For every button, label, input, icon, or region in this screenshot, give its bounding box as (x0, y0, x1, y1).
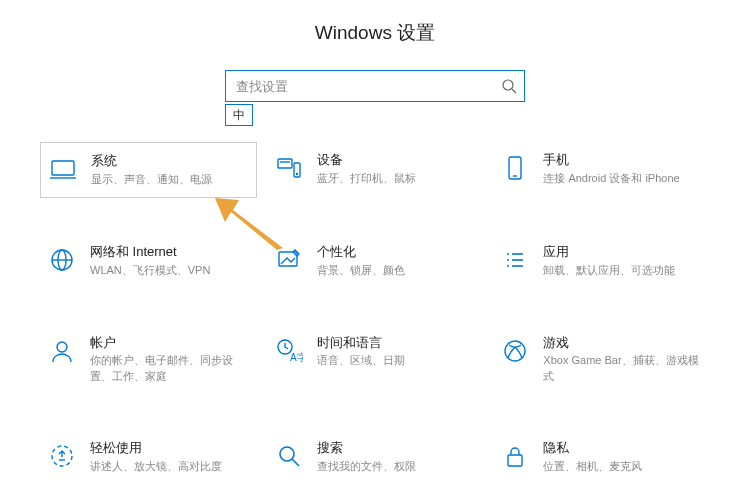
tile-desc: 语音、区域、日期 (317, 353, 405, 368)
tile-search[interactable]: 搜索 查找我的文件、权限 (267, 430, 484, 484)
devices-icon (275, 154, 303, 182)
tile-title: 系统 (91, 153, 212, 170)
tile-desc: 蓝牙、打印机、鼠标 (317, 171, 416, 186)
tile-desc: WLAN、飞行模式、VPN (90, 263, 210, 278)
tile-title: 时间和语言 (317, 335, 405, 352)
svg-rect-27 (508, 455, 522, 466)
ease-of-access-icon (48, 442, 76, 470)
tile-desc: 显示、声音、通知、电源 (91, 172, 212, 187)
svg-line-1 (512, 89, 516, 93)
tile-accounts[interactable]: 帐户 你的帐户、电子邮件、同步设置、工作、家庭 (40, 325, 257, 395)
phone-icon (501, 154, 529, 182)
svg-line-26 (292, 459, 299, 466)
tile-title: 轻松使用 (90, 440, 222, 457)
apps-icon (501, 246, 529, 274)
page-title: Windows 设置 (0, 20, 750, 46)
svg-point-6 (296, 174, 297, 175)
tile-personalization[interactable]: 个性化 背景、锁屏、颜色 (267, 234, 484, 288)
system-icon (49, 155, 77, 183)
tile-ease[interactable]: 轻松使用 讲述人、放大镜、高对比度 (40, 430, 257, 484)
tile-network[interactable]: 网络和 Internet WLAN、飞行模式、VPN (40, 234, 257, 288)
tile-desc: 查找我的文件、权限 (317, 459, 416, 474)
svg-text:A字: A字 (290, 352, 303, 363)
tile-desc: 你的帐户、电子邮件、同步设置、工作、家庭 (90, 353, 249, 384)
ime-badge: 中 (225, 104, 253, 126)
svg-rect-4 (278, 159, 292, 168)
globe-icon (48, 246, 76, 274)
tile-title: 应用 (543, 244, 675, 261)
search-input[interactable] (225, 70, 525, 102)
tile-title: 游戏 (543, 335, 702, 352)
search-tile-icon (275, 442, 303, 470)
tile-desc: 连接 Android 设备和 iPhone (543, 171, 679, 186)
tile-title: 设备 (317, 152, 416, 169)
tile-desc: 背景、锁屏、颜色 (317, 263, 405, 278)
tile-apps[interactable]: 应用 卸载、默认应用、可选功能 (493, 234, 710, 288)
tile-desc: 讲述人、放大镜、高对比度 (90, 459, 222, 474)
search-icon (501, 78, 517, 94)
svg-rect-2 (52, 161, 74, 175)
tile-devices[interactable]: 设备 蓝牙、打印机、鼠标 (267, 142, 484, 198)
tile-system[interactable]: 系统 显示、声音、通知、电源 (40, 142, 257, 198)
paint-icon (275, 246, 303, 274)
tile-desc: 位置、相机、麦克风 (543, 459, 642, 474)
person-icon (48, 337, 76, 365)
time-language-icon: A字 (275, 337, 303, 365)
lock-icon (501, 442, 529, 470)
tile-title: 搜索 (317, 440, 416, 457)
svg-point-20 (57, 342, 67, 352)
tile-desc: 卸载、默认应用、可选功能 (543, 263, 675, 278)
tile-title: 网络和 Internet (90, 244, 210, 261)
settings-grid: 系统 显示、声音、通知、电源 设备 蓝牙、打印机、鼠标 手机 连接 Androi… (0, 102, 750, 485)
tile-title: 帐户 (90, 335, 249, 352)
tile-privacy[interactable]: 隐私 位置、相机、麦克风 (493, 430, 710, 484)
tile-desc: Xbox Game Bar、捕获、游戏模式 (543, 353, 702, 384)
svg-point-0 (503, 80, 513, 90)
tile-title: 手机 (543, 152, 679, 169)
tile-time[interactable]: A字 时间和语言 语音、区域、日期 (267, 325, 484, 395)
xbox-icon (501, 337, 529, 365)
tile-title: 隐私 (543, 440, 642, 457)
tile-phone[interactable]: 手机 连接 Android 设备和 iPhone (493, 142, 710, 198)
search-container: 中 (225, 70, 525, 102)
tile-title: 个性化 (317, 244, 405, 261)
tile-gaming[interactable]: 游戏 Xbox Game Bar、捕获、游戏模式 (493, 325, 710, 395)
svg-point-25 (280, 447, 294, 461)
